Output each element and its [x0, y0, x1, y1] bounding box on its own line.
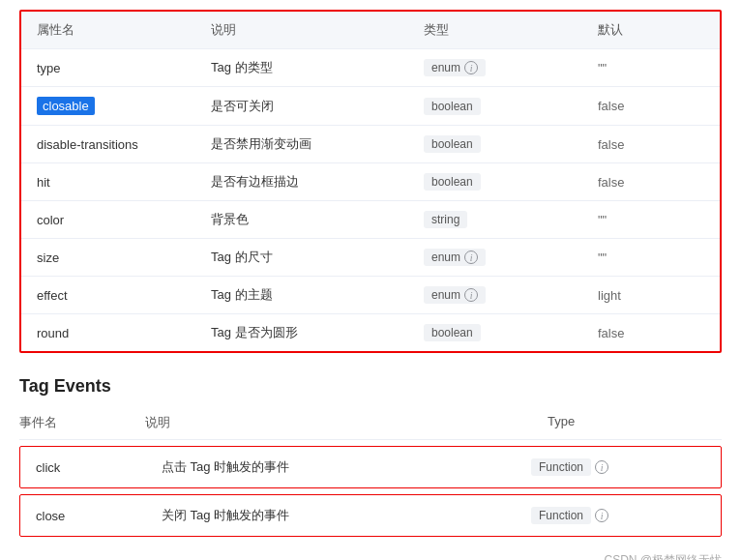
prop-default-cell: false: [582, 163, 720, 201]
prop-description-cell: 背景色: [195, 201, 408, 239]
prop-name-cell: hit: [21, 163, 195, 201]
info-icon[interactable]: i: [464, 251, 478, 264]
prop-name-cell: type: [21, 49, 195, 87]
prop-name-cell: size: [21, 239, 195, 277]
type-badge: enumi: [424, 249, 486, 266]
info-icon[interactable]: i: [595, 509, 608, 522]
props-table: 属性名 说明 类型 默认 typeTag 的类型enumi""closable是…: [21, 12, 720, 351]
event-type-cell: Functioni: [531, 458, 705, 476]
header-type: 类型: [408, 12, 582, 49]
event-type-badge: Function: [531, 458, 591, 476]
table-row: effectTag 的主题enumilight: [21, 277, 720, 314]
event-description-cell: 关闭 Tag 时触发的事件: [162, 507, 531, 524]
event-row-wrapper: close关闭 Tag 时触发的事件Functioni: [19, 494, 722, 537]
event-row: click点击 Tag 时触发的事件Functioni: [20, 447, 721, 487]
prop-name-cell: round: [21, 314, 195, 352]
prop-description-cell: Tag 的主题: [195, 277, 408, 314]
prop-description-cell: 是否可关闭: [195, 87, 408, 126]
prop-type-cell: boolean: [408, 314, 582, 352]
prop-default-cell: false: [582, 87, 720, 126]
event-row-wrapper: click点击 Tag 时触发的事件Functioni: [19, 446, 722, 488]
prop-type-cell: boolean: [408, 126, 582, 163]
prop-description-cell: Tag 的类型: [195, 49, 408, 87]
prop-name-cell: closable: [21, 87, 195, 126]
events-table-header: 事件名 说明 Type: [19, 406, 722, 440]
event-description-cell: 点击 Tag 时触发的事件: [162, 458, 531, 476]
events-header-description: 说明: [145, 414, 548, 431]
table-row: roundTag 是否为圆形booleanfalse: [21, 314, 720, 352]
prop-name-cell: effect: [21, 277, 195, 314]
table-row: sizeTag 的尺寸enumi"": [21, 239, 720, 277]
prop-type-cell: enumi: [408, 49, 582, 87]
prop-default-cell: false: [582, 314, 720, 352]
info-icon[interactable]: i: [464, 288, 478, 302]
events-rows-container: click点击 Tag 时触发的事件Functioniclose关闭 Tag 时…: [19, 446, 722, 537]
prop-type-cell: string: [408, 201, 582, 239]
table-row: closable是否可关闭booleanfalse: [21, 87, 720, 126]
type-badge: boolean: [424, 98, 481, 115]
prop-description-cell: 是否禁用渐变动画: [195, 126, 408, 163]
type-badge: enumi: [424, 59, 486, 76]
prop-type-cell: boolean: [408, 87, 582, 126]
events-header-type: Type: [548, 414, 722, 431]
prop-default-cell: "": [582, 49, 720, 87]
event-name-cell: close: [36, 509, 162, 523]
type-badge: string: [424, 211, 467, 228]
table-row: color背景色string"": [21, 201, 720, 239]
prop-name-cell: disable-transitions: [21, 126, 195, 163]
table-row: disable-transitions是否禁用渐变动画booleanfalse: [21, 126, 720, 163]
table-row: hit是否有边框描边booleanfalse: [21, 163, 720, 201]
header-default: 默认: [582, 12, 720, 49]
table-row: typeTag 的类型enumi"": [21, 49, 720, 87]
prop-type-cell: boolean: [408, 163, 582, 201]
info-icon[interactable]: i: [595, 460, 608, 474]
events-section-title: Tag Events: [19, 376, 722, 397]
type-badge: boolean: [424, 173, 481, 191]
prop-default-cell: false: [582, 126, 720, 163]
event-name-cell: click: [36, 460, 162, 475]
type-badge: boolean: [424, 135, 481, 153]
prop-name-highlighted: closable: [37, 97, 95, 115]
event-type-cell: Functioni: [531, 507, 705, 524]
watermark: CSDN @极梦网络无忧: [19, 552, 722, 560]
events-header-name: 事件名: [19, 414, 145, 431]
prop-default-cell: "": [582, 239, 720, 277]
prop-name-cell: color: [21, 201, 195, 239]
props-table-wrapper: 属性名 说明 类型 默认 typeTag 的类型enumi""closable是…: [19, 10, 722, 353]
prop-type-cell: enumi: [408, 239, 582, 277]
events-section: Tag Events 事件名 说明 Type click点击 Tag 时触发的事…: [19, 376, 722, 537]
header-description: 说明: [195, 12, 408, 49]
prop-type-cell: enumi: [408, 277, 582, 314]
prop-default-cell: light: [582, 277, 720, 314]
header-name: 属性名: [21, 12, 195, 49]
type-badge: boolean: [424, 324, 481, 341]
event-row: close关闭 Tag 时触发的事件Functioni: [20, 495, 721, 536]
prop-description-cell: Tag 的尺寸: [195, 239, 408, 277]
prop-description-cell: Tag 是否为圆形: [195, 314, 408, 352]
prop-default-cell: "": [582, 201, 720, 239]
prop-description-cell: 是否有边框描边: [195, 163, 408, 201]
event-type-badge: Function: [531, 507, 591, 524]
type-badge: enumi: [424, 286, 486, 304]
info-icon[interactable]: i: [464, 61, 478, 74]
